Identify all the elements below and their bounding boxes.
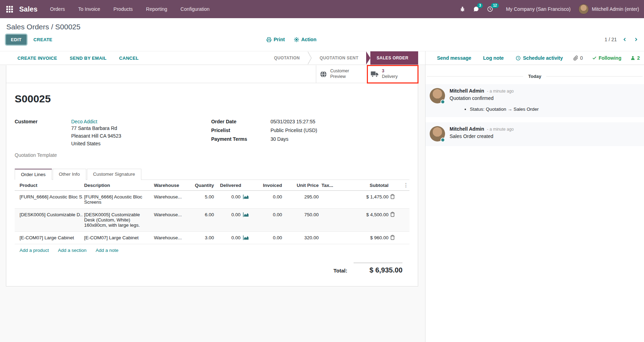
gear-icon bbox=[294, 37, 299, 42]
messages-icon[interactable]: 3 bbox=[473, 6, 479, 12]
unit-price-cell: 320.00 bbox=[283, 232, 320, 244]
attachment-count: 0 bbox=[580, 55, 583, 61]
warehouse-cell: Warehouse... bbox=[153, 232, 187, 244]
forecast-chart-icon[interactable] bbox=[243, 235, 249, 240]
address-line-2: Pleasant Hill CA 94523 bbox=[71, 132, 121, 140]
message-time: - a minute ago bbox=[487, 89, 514, 94]
log-note-button[interactable]: Log note bbox=[483, 55, 504, 61]
header-invoiced[interactable]: Invoiced bbox=[250, 180, 283, 190]
followers-button[interactable]: 2 bbox=[630, 55, 640, 61]
tab-customer-signature[interactable]: Customer Signature bbox=[87, 169, 141, 180]
globe-icon bbox=[320, 71, 327, 78]
tab-order-lines[interactable]: Order Lines bbox=[15, 169, 52, 180]
menu-products[interactable]: Products bbox=[113, 6, 133, 12]
order-title: S00025 bbox=[15, 93, 409, 105]
optional-columns-icon[interactable]: ⋮ bbox=[402, 180, 410, 190]
status-quotation[interactable]: QUOTATION bbox=[266, 51, 308, 65]
table-row[interactable]: [E-COM07] Large Cabinet [E-COM07] Large … bbox=[15, 232, 409, 244]
delete-row-trash-icon[interactable] bbox=[390, 209, 402, 217]
header-subtotal[interactable]: Subtotal bbox=[345, 180, 390, 190]
status-arrow-icon bbox=[366, 51, 370, 65]
message-body: Sales Order created bbox=[450, 133, 514, 139]
quotation-template-label: Quotation Template bbox=[15, 152, 204, 158]
quantity-cell: 6.00 bbox=[187, 209, 215, 221]
payment-terms-label: Payment Terms bbox=[211, 136, 271, 142]
stat-button-strip: Customer Preview 3 Delivery bbox=[6, 65, 418, 83]
message-author[interactable]: Mitchell Admin bbox=[450, 88, 484, 94]
message-time: - a minute ago bbox=[487, 127, 514, 132]
table-row[interactable]: [DESK0005] Customizable D... [DESK0005] … bbox=[15, 209, 409, 232]
create-button[interactable]: CREATE bbox=[34, 37, 52, 42]
customer-link[interactable]: Deco Addict bbox=[71, 119, 97, 124]
schedule-activity-button[interactable]: Schedule activity bbox=[516, 55, 563, 61]
invoiced-cell: 0.00 bbox=[250, 209, 283, 221]
header-description[interactable]: Description bbox=[83, 180, 153, 190]
subtotal-cell: $ 4,500.00 bbox=[345, 209, 390, 221]
customer-preview-line2: Preview bbox=[330, 74, 349, 80]
status-quotation-sent[interactable]: QUOTATION SENT bbox=[312, 51, 366, 65]
description-cell: [DESK0005] Customizable Desk (Custom, Wh… bbox=[83, 209, 153, 231]
header-tax[interactable]: Tax... bbox=[320, 180, 345, 190]
header-product[interactable]: Product bbox=[15, 180, 83, 190]
activities-clock-icon[interactable]: 12 bbox=[487, 6, 493, 12]
delivered-cell: 0.00 bbox=[231, 212, 240, 217]
add-product-link[interactable]: Add a product bbox=[20, 248, 49, 253]
product-link[interactable]: [FURN_6666] Acoustic Bloc S... bbox=[15, 191, 83, 203]
header-unit-price[interactable]: Unit Price bbox=[283, 180, 320, 190]
chatter-message: Mitchell Admin - a minute ago Sales Orde… bbox=[425, 122, 644, 146]
delete-row-trash-icon[interactable] bbox=[390, 191, 402, 199]
customer-preview-stat-button[interactable]: Customer Preview bbox=[316, 65, 367, 83]
menu-to-invoice[interactable]: To Invoice bbox=[78, 6, 100, 12]
breadcrumb[interactable]: Sales Orders / S00025 bbox=[0, 18, 80, 31]
action-label: Action bbox=[301, 37, 317, 42]
header-warehouse[interactable]: Warehouse bbox=[153, 180, 187, 190]
status-sales-order-active[interactable]: SALES ORDER bbox=[370, 51, 418, 65]
product-link[interactable]: [DESK0005] Customizable D... bbox=[15, 209, 83, 221]
menu-orders[interactable]: Orders bbox=[50, 6, 65, 12]
app-name[interactable]: Sales bbox=[19, 5, 37, 13]
pager-next-icon[interactable] bbox=[633, 36, 639, 43]
menu-configuration[interactable]: Configuration bbox=[180, 6, 209, 12]
top-navbar: Sales Orders To Invoice Products Reporti… bbox=[0, 0, 644, 18]
attachments-button[interactable]: 0 bbox=[573, 55, 583, 61]
chatter-panel: Today Mitchell Admin - a minute ago Quot… bbox=[425, 65, 644, 342]
message-author[interactable]: Mitchell Admin bbox=[450, 126, 484, 132]
forecast-chart-icon[interactable] bbox=[243, 195, 249, 199]
unit-price-cell: 750.00 bbox=[283, 209, 320, 221]
warehouse-cell: Warehouse... bbox=[153, 191, 187, 203]
following-button[interactable]: Following bbox=[592, 55, 621, 61]
pricelist-value: Public Pricelist (USD) bbox=[271, 128, 317, 133]
table-row[interactable]: [FURN_6666] Acoustic Bloc S... [FURN_666… bbox=[15, 191, 409, 209]
send-by-email-button[interactable]: SEND BY EMAIL bbox=[70, 56, 107, 61]
print-button[interactable]: Print bbox=[266, 37, 285, 42]
quantity-cell: 3.00 bbox=[187, 232, 215, 244]
pager-previous-icon[interactable] bbox=[622, 36, 628, 43]
action-button[interactable]: Action bbox=[294, 37, 317, 42]
delivered-cell: 0.00 bbox=[231, 194, 240, 199]
debug-bug-icon[interactable] bbox=[460, 6, 465, 12]
forecast-chart-icon[interactable] bbox=[243, 212, 249, 217]
description-cell: [FURN_6666] Acoustic Bloc Screens bbox=[83, 191, 153, 208]
apps-grid-icon[interactable] bbox=[6, 6, 13, 13]
person-icon bbox=[630, 56, 635, 60]
company-switcher[interactable]: My Company (San Francisco) bbox=[506, 6, 570, 12]
edit-button[interactable]: EDIT bbox=[6, 35, 27, 45]
tab-other-info[interactable]: Other Info bbox=[53, 169, 86, 180]
delivery-count: 3 bbox=[382, 68, 398, 74]
send-message-button[interactable]: Send message bbox=[437, 55, 471, 61]
header-delivered[interactable]: Delivered bbox=[215, 180, 250, 190]
delivery-stat-button[interactable]: 3 Delivery bbox=[367, 65, 418, 83]
header-quantity[interactable]: Quantity bbox=[187, 180, 215, 190]
delivery-label: Delivery bbox=[382, 74, 398, 80]
user-menu[interactable]: Mitchell Admin (enter) bbox=[578, 4, 639, 14]
delete-row-trash-icon[interactable] bbox=[390, 232, 402, 240]
add-section-link[interactable]: Add a section bbox=[58, 248, 87, 253]
menu-reporting[interactable]: Reporting bbox=[146, 6, 167, 12]
add-note-link[interactable]: Add a note bbox=[96, 248, 118, 253]
cancel-button[interactable]: CANCEL bbox=[119, 56, 139, 61]
pager-counter: 1 / 21 bbox=[605, 37, 617, 42]
product-link[interactable]: [E-COM07] Large Cabinet bbox=[15, 232, 83, 244]
create-invoice-button[interactable]: CREATE INVOICE bbox=[17, 56, 57, 61]
total-value: $ 6,935.00 bbox=[369, 266, 402, 274]
follower-count: 2 bbox=[637, 55, 640, 61]
